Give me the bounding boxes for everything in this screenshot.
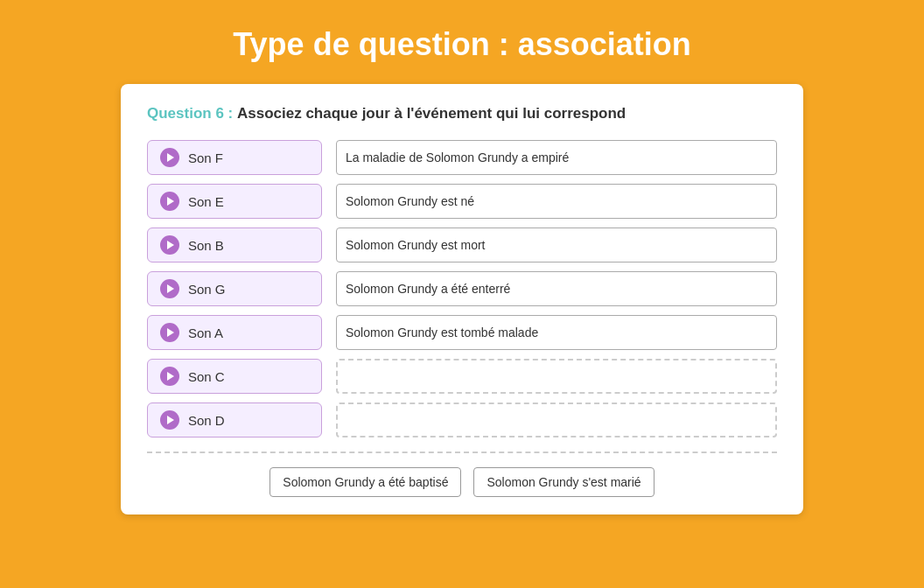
question-text-body: Associez chaque jour à l'événement qui l… [237, 105, 626, 122]
association-row: Son C [147, 359, 777, 394]
answer-text: La maladie de Solomon Grundy a empiré [346, 150, 569, 164]
answer-text: Solomon Grundy est né [346, 194, 474, 208]
answer-text: Solomon Grundy est mort [346, 238, 486, 252]
answer-box-son-d[interactable] [336, 402, 777, 438]
answer-box-son-g[interactable]: Solomon Grundy a été enterré [336, 271, 777, 306]
play-icon [160, 410, 179, 430]
sound-label: Son F [188, 150, 223, 165]
play-icon [160, 148, 179, 167]
question-header: Question 6 : Associez chaque jour à l'év… [147, 105, 777, 122]
page-title: Type de question : association [233, 26, 690, 63]
play-icon [160, 323, 179, 342]
sound-button-son-d[interactable]: Son D [147, 402, 322, 438]
sound-button-son-c[interactable]: Son C [147, 359, 322, 394]
answer-text: Solomon Grundy est tombé malade [346, 326, 538, 340]
sound-label: Son D [188, 413, 225, 428]
sound-label: Son C [188, 369, 225, 384]
play-icon [160, 279, 179, 298]
association-row: Son FLa maladie de Solomon Grundy a empi… [147, 140, 777, 175]
play-icon [160, 192, 179, 211]
association-row: Son ESolomon Grundy est né [147, 184, 777, 219]
sound-label: Son A [188, 326, 223, 340]
bank-chip[interactable]: Solomon Grundy a été baptisé [270, 467, 461, 497]
answer-box-son-c[interactable] [336, 359, 777, 394]
answer-box-son-b[interactable]: Solomon Grundy est mort [336, 228, 777, 262]
sound-button-son-g[interactable]: Son G [147, 271, 322, 306]
answer-box-son-e[interactable]: Solomon Grundy est né [336, 184, 777, 219]
play-icon [160, 235, 179, 255]
association-rows: Son FLa maladie de Solomon Grundy a empi… [147, 140, 777, 438]
association-row: Son D [147, 402, 777, 438]
association-row: Son ASolomon Grundy est tombé malade [147, 315, 777, 350]
answer-text: Solomon Grundy a été enterré [346, 282, 510, 296]
question-card: Question 6 : Associez chaque jour à l'év… [121, 84, 803, 514]
sound-button-son-f[interactable]: Son F [147, 140, 322, 175]
sound-button-son-e[interactable]: Son E [147, 184, 322, 219]
association-row: Son BSolomon Grundy est mort [147, 228, 777, 262]
question-number: Question 6 : [147, 105, 233, 122]
answer-box-son-a[interactable]: Solomon Grundy est tombé malade [336, 315, 777, 350]
play-icon [160, 367, 179, 386]
sound-label: Son E [188, 194, 224, 209]
sound-label: Son G [188, 282, 226, 297]
answer-bank: Solomon Grundy a été baptiséSolomon Grun… [147, 452, 777, 497]
sound-button-son-b[interactable]: Son B [147, 228, 322, 262]
bank-chip[interactable]: Solomon Grundy s'est marié [473, 467, 654, 497]
sound-label: Son B [188, 238, 224, 253]
association-row: Son GSolomon Grundy a été enterré [147, 271, 777, 306]
sound-button-son-a[interactable]: Son A [147, 315, 322, 350]
answer-box-son-f[interactable]: La maladie de Solomon Grundy a empiré [336, 140, 777, 175]
